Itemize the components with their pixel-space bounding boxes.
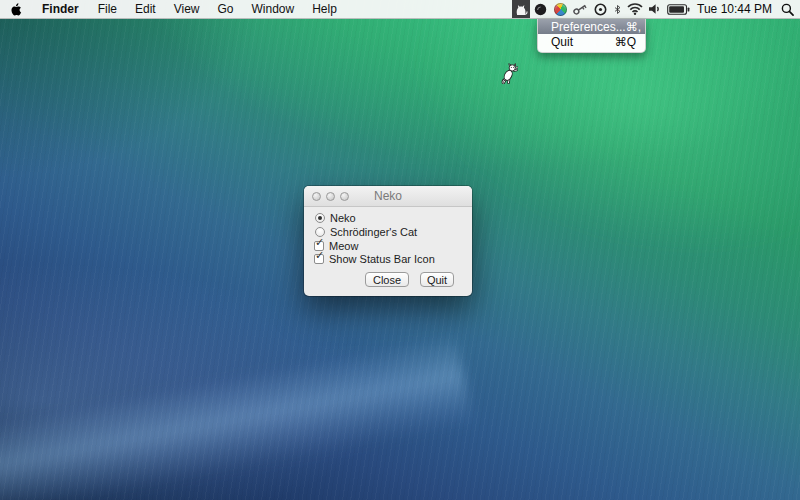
menu-item-window[interactable]: Window (243, 0, 304, 18)
zoom-window-button[interactable] (340, 192, 349, 201)
status-item-dark-disc[interactable] (530, 0, 550, 18)
dark-disc-icon (534, 3, 547, 16)
check-icon: ✓ (315, 237, 324, 248)
neko-status-item[interactable] (512, 0, 530, 18)
minimize-window-button[interactable] (326, 192, 335, 201)
status-item-battery[interactable] (665, 0, 691, 18)
status-item-circle-dot[interactable] (590, 0, 610, 18)
volume-icon (648, 3, 662, 15)
menu-bar-left: Finder File Edit View Go Window Help (0, 0, 346, 18)
status-item-color-wheel[interactable] (550, 0, 570, 18)
radio-option-neko[interactable]: Neko (315, 212, 356, 224)
menu-item-help[interactable]: Help (303, 0, 346, 18)
window-title-bar[interactable]: Neko (304, 186, 472, 207)
radio-button-selected[interactable] (315, 213, 325, 223)
menu-item-finder[interactable]: Finder (32, 0, 89, 18)
battery-icon (667, 4, 690, 15)
menu-bar-clock[interactable]: Tue 10:44 PM (691, 2, 779, 16)
key-icon (572, 2, 588, 16)
neko-cat-icon (514, 3, 528, 16)
menu-item-label: Quit (551, 35, 573, 49)
checkbox-checked[interactable]: ✓ (314, 254, 324, 264)
apple-menu[interactable] (0, 0, 32, 18)
running-cat-icon (501, 63, 518, 84)
menu-item-quit[interactable]: Quit ⌘Q (538, 34, 645, 49)
screen: Finder File Edit View Go Window Help (0, 0, 800, 500)
menu-item-shortcut: ⌘Q (615, 35, 636, 49)
neko-desktop-sprite (501, 63, 518, 88)
status-bar: Tue 10:44 PM (512, 0, 800, 18)
checkbox-label: Show Status Bar Icon (329, 253, 435, 265)
window-title: Neko (374, 189, 402, 203)
menu-bar: Finder File Edit View Go Window Help (0, 0, 800, 19)
apple-logo-icon (9, 2, 22, 17)
menu-item-file[interactable]: File (89, 0, 126, 18)
radio-label: Schrödinger's Cat (330, 226, 417, 238)
check-icon: ✓ (315, 250, 324, 261)
neko-window: Neko Neko Schrödinger's Cat ✓ Meow ✓ Sho… (304, 186, 472, 296)
color-wheel-icon (554, 3, 567, 16)
checkbox-label: Meow (329, 240, 358, 252)
status-item-volume[interactable] (645, 0, 665, 18)
checkbox-option-show-status-bar-icon[interactable]: ✓ Show Status Bar Icon (314, 253, 435, 265)
menu-item-view[interactable]: View (165, 0, 209, 18)
spotlight-search-icon (781, 3, 794, 16)
menu-item-edit[interactable]: Edit (126, 0, 165, 18)
spotlight-menu-item[interactable] (779, 0, 800, 18)
neko-status-dropdown-menu: Preferences... ⌘, Quit ⌘Q (537, 19, 646, 53)
window-controls (312, 186, 349, 206)
menu-item-shortcut: ⌘, (626, 20, 641, 34)
menu-item-go[interactable]: Go (209, 0, 243, 18)
bluetooth-icon (613, 3, 622, 16)
radio-option-schrodingers-cat[interactable]: Schrödinger's Cat (315, 226, 417, 238)
radio-label: Neko (330, 212, 356, 224)
status-item-wifi[interactable] (625, 0, 645, 18)
close-window-button[interactable] (312, 192, 321, 201)
status-item-key[interactable] (570, 0, 590, 18)
close-button[interactable]: Close (365, 272, 409, 287)
status-item-bluetooth[interactable] (610, 0, 625, 18)
menu-item-label: Preferences... (551, 20, 626, 34)
circle-dot-icon (594, 3, 607, 16)
menu-item-preferences[interactable]: Preferences... ⌘, (538, 19, 645, 34)
quit-button[interactable]: Quit (420, 272, 454, 287)
wifi-icon (627, 3, 643, 15)
